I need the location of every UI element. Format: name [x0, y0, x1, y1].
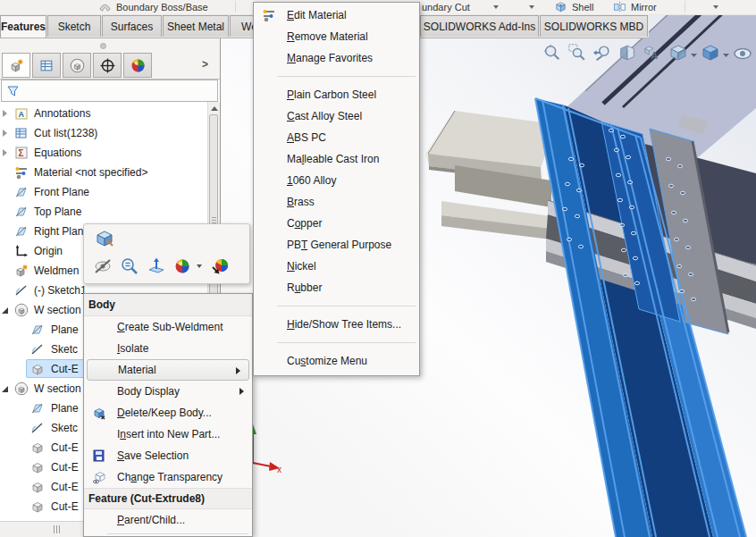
menu-item-brass[interactable]: Brass	[254, 191, 419, 213]
delete-body-icon	[92, 406, 106, 420]
menu-item-cast-alloy-steel[interactable]: Cast Alloy Steel	[254, 105, 419, 127]
shell-button[interactable]: Shell	[572, 1, 593, 13]
menu-item-nickel[interactable]: Nickel	[254, 256, 419, 277]
boundary-boss-button[interactable]: Boundary Boss/Base	[116, 1, 208, 13]
menu-item-insert-into-new-part[interactable]: Insert into New Part...	[84, 424, 252, 445]
featuremanager-icon[interactable]	[2, 53, 30, 78]
tree-item[interactable]: Annotations	[0, 104, 207, 123]
splitter-dot-icon	[100, 43, 106, 49]
change-transparency-icon	[92, 470, 106, 484]
tree-item[interactable]: Equations	[0, 143, 207, 163]
display-style-icon[interactable]	[703, 46, 718, 60]
hide-show-items-icon[interactable]	[735, 49, 751, 59]
menu-item-isolate[interactable]: Isolate	[84, 338, 252, 359]
appearance-target-icon[interactable]	[211, 256, 231, 276]
menu-item-customize-menu[interactable]: Customize Menu	[254, 350, 419, 372]
boundary-cut-button[interactable]: undary Cut	[422, 1, 470, 13]
configurationmanager-icon[interactable]	[63, 53, 91, 78]
menu-section-header: Body	[84, 294, 252, 316]
body-context-menu: Body Create Sub-Weldment Isolate Materia…	[83, 293, 253, 537]
propertymanager-icon[interactable]	[32, 53, 61, 78]
material-icon	[262, 8, 276, 22]
normal-to-icon[interactable]	[147, 256, 166, 276]
menu-item-1060-alloy[interactable]: 1060 Alloy	[254, 170, 419, 191]
menu-item-pbt-general-purpose[interactable]: PBT General Purpose	[254, 234, 419, 256]
filter-funnel-icon	[6, 84, 21, 98]
tree-item[interactable]: Material <not specified>	[0, 163, 207, 182]
menu-item-body-display[interactable]: Body Display	[84, 381, 252, 402]
menu-item-malleable-cast-iron[interactable]: Malleable Cast Iron	[254, 148, 419, 170]
tree-item[interactable]: Top Plane	[0, 202, 207, 222]
scrollbar-thumb[interactable]	[209, 114, 218, 323]
material-submenu: Edit Material Remove Material Manage Fav…	[253, 2, 420, 376]
menu-item-rubber[interactable]: Rubber	[254, 277, 419, 298]
menu-item-change-transparency[interactable]: Change Transparency	[84, 466, 252, 488]
chevron-down-icon[interactable]	[529, 5, 534, 9]
tree-item[interactable]: Cut list(1238)	[0, 123, 207, 143]
menu-item-save-selection[interactable]: Save Selection	[84, 445, 252, 466]
menu-item-abs-pc[interactable]: ABS PC	[254, 127, 419, 148]
chevron-down-icon[interactable]	[197, 264, 202, 268]
tab-sketch[interactable]: Sketch	[47, 15, 101, 37]
chevron-down-icon[interactable]	[493, 5, 499, 9]
appearances-icon[interactable]	[173, 256, 193, 276]
triad-x-label: x	[277, 465, 281, 474]
body-icon[interactable]	[95, 228, 114, 248]
tab-sheet-metal[interactable]: Sheet Metal	[163, 15, 229, 37]
shell-icon	[554, 0, 567, 13]
dimxpertmanager-icon[interactable]	[93, 53, 122, 78]
menu-item-remove-material[interactable]: Remove Material	[254, 26, 419, 47]
solidworks-window: { "top_toolbar": { "buttons": [ {"label"…	[0, 0, 756, 537]
tree-filter[interactable]	[1, 80, 218, 102]
tab-features[interactable]: Features	[0, 15, 46, 38]
menu-item-material[interactable]: Material	[87, 359, 249, 381]
boundary-boss-icon	[98, 0, 112, 13]
tab-surfaces[interactable]: Surfaces	[102, 15, 162, 37]
tab-solidworks-add-ins[interactable]: SOLIDWORKS Add-Ins	[420, 15, 539, 37]
mirror-icon	[613, 0, 626, 13]
tab-solidworks-mbd[interactable]: SOLIDWORKS MBD	[540, 15, 648, 37]
menu-item-manage-favorites[interactable]: Manage Favorites	[254, 47, 419, 69]
context-toolbar	[83, 223, 250, 284]
menu-item-delete-keep-body[interactable]: Delete/Keep Body...	[84, 402, 252, 424]
zoom-to-selection-icon[interactable]	[120, 256, 139, 276]
chevron-down-icon[interactable]	[713, 5, 718, 9]
submenu-arrow-icon	[236, 367, 240, 374]
menu-item-create-sub-weldment[interactable]: Create Sub-Weldment	[84, 316, 252, 338]
tree-item[interactable]: Front Plane	[0, 182, 207, 202]
mirror-button[interactable]: Mirror	[631, 1, 657, 13]
view-orientation-icon[interactable]	[671, 46, 685, 60]
section-view-icon[interactable]	[621, 46, 634, 60]
menu-item-hide-show-tree-items[interactable]: Hide/Show Tree Items...	[254, 314, 419, 335]
panel-overflow-chevron[interactable]: >	[202, 58, 208, 71]
menu-item-plain-carbon-steel[interactable]: Plain Carbon Steel	[254, 84, 419, 105]
menu-item-parent-child[interactable]: Parent/Child...	[84, 509, 252, 531]
submenu-arrow-icon	[239, 388, 244, 395]
hide-icon[interactable]	[93, 256, 113, 276]
displaymanager-icon[interactable]	[123, 53, 152, 78]
panel-tab-bar: >	[0, 51, 220, 80]
menu-item-copper[interactable]: Copper	[254, 213, 419, 234]
panel-splitter[interactable]	[0, 38, 220, 51]
menu-section-header: Feature (Cut-Extrude8)	[84, 488, 252, 509]
menu-item-edit-material[interactable]: Edit Material	[254, 4, 419, 26]
scroll-up-icon[interactable]	[211, 106, 218, 111]
save-selection-icon	[92, 449, 106, 463]
